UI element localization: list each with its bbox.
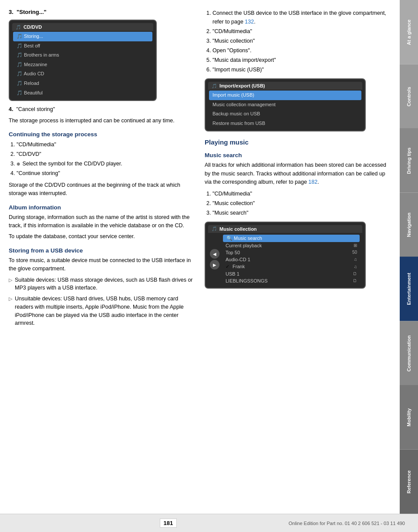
continuing-step-1: "CD/Multimedia" bbox=[17, 140, 196, 149]
usb-step-6: "Import music (USB)" bbox=[212, 65, 392, 74]
restore-music-item: Restore music from USB bbox=[208, 119, 362, 128]
import-export-screen: 🎵 Import/export (USB) Import music (USB)… bbox=[205, 78, 366, 131]
frank-icon: ♫ bbox=[354, 264, 357, 269]
sidebar-tab-at-a-glance[interactable]: At a glance bbox=[400, 0, 418, 64]
music-collection-icon: 🎵 bbox=[212, 226, 217, 231]
sidebar-tab-driving-tips[interactable]: Driving tips bbox=[400, 128, 418, 193]
import-export-icon: 🎵 bbox=[212, 84, 217, 88]
sidebar-tab-entertainment[interactable]: Entertainment bbox=[400, 257, 418, 321]
continuing-step-4: "Continue storing" bbox=[17, 169, 196, 178]
music-collection-title: Music collection bbox=[219, 226, 257, 232]
album-desc2: To update the database, contact your ser… bbox=[9, 232, 196, 241]
backup-music-item: Backup music on USB bbox=[208, 109, 362, 119]
cddvd-item-5: 🎵 Beautiful bbox=[12, 88, 153, 98]
sidebar: At a glance Controls Driving tips Naviga… bbox=[400, 0, 418, 514]
cddvd-item-4: 🎵 Reload bbox=[12, 79, 153, 88]
usb-import-steps: Connect the USB device to the USB interf… bbox=[212, 9, 392, 74]
music-row-audiocd: Audio-CD 1 ♫ bbox=[222, 256, 361, 263]
step4-text: "Cancel storing" bbox=[16, 106, 55, 112]
frank-checkmark: ✓ bbox=[226, 264, 229, 269]
music-search-step-3: "Music search" bbox=[212, 209, 392, 217]
page-ref-132: 132 bbox=[245, 19, 254, 25]
section-music-search-heading: Music search bbox=[205, 152, 392, 158]
cddvd-storing-icon: 🎵 bbox=[17, 34, 24, 39]
sidebar-tab-communication[interactable]: Communication bbox=[400, 321, 418, 386]
right-column: Connect the USB device to the USB interf… bbox=[205, 9, 392, 515]
left-column: 3. "Storing..." 🎵 CD/DVD 🎵 Storing... 🎵 … bbox=[9, 9, 196, 515]
continuing-step-2: "CD/DVD" bbox=[17, 150, 196, 158]
usb-bullet-2: ▷ Unsuitable devices: USB hard drives, U… bbox=[9, 295, 196, 327]
cddvd-screen: 🎵 CD/DVD 🎵 Storing... 🎵 Best off 🎵 Broth… bbox=[9, 20, 157, 101]
step3-num: 3. bbox=[9, 9, 13, 15]
music-row-usb1: USB 1 🗋 bbox=[222, 270, 361, 277]
continuing-steps-list: "CD/Multimedia" "CD/DVD" ⊕ Select the sy… bbox=[17, 140, 196, 178]
sidebar-tab-reference[interactable]: Reference bbox=[400, 450, 418, 514]
usb-step-3: "Music collection" bbox=[212, 37, 392, 45]
step4-paragraph: 4. "Cancel storing" bbox=[9, 105, 196, 114]
usb-step-2: "CD/Multimedia" bbox=[212, 27, 392, 36]
sidebar-tab-controls[interactable]: Controls bbox=[400, 64, 418, 129]
lieblingssongs-icon: 🗋 bbox=[353, 278, 357, 283]
music-search-row-wrapper: ◀ ▶ 🔍 Music search Current playback ⊞ To… bbox=[208, 234, 362, 285]
sidebar-tab-mobility[interactable]: Mobility bbox=[400, 385, 418, 450]
usb-bullet2-text: Unsuitable devices: USB hard drives, USB… bbox=[15, 295, 196, 327]
music-row-lieblingssongs: LIEBLINGSSONGS 🗋 bbox=[222, 277, 361, 284]
usb-step-4: Open "Options". bbox=[212, 46, 392, 55]
cddvd-icon: 🎵 bbox=[16, 25, 21, 30]
import-export-title: Import/export (USB) bbox=[219, 83, 265, 88]
bullet-arrow-2: ▷ bbox=[9, 295, 15, 327]
section-album-heading: Album information bbox=[9, 204, 196, 211]
step4-desc: The storage process is interrupted and c… bbox=[9, 117, 196, 125]
continuing-desc: Storage of the CD/DVD continues at the b… bbox=[9, 181, 196, 198]
current-playback-icon: ⊞ bbox=[354, 243, 357, 248]
continuing-step-3: ⊕ Select the symbol for the CD/DVD playe… bbox=[17, 159, 196, 168]
audiocd-icon: ♫ bbox=[354, 257, 357, 262]
music-collection-mgmt-item: Music collection management bbox=[208, 100, 362, 110]
usb-step-1: Connect the USB device to the USB interf… bbox=[212, 9, 392, 26]
music-search-steps: "CD/Multimedia" "Music collection" "Musi… bbox=[212, 189, 392, 217]
section-usb-heading: Storing from a USB device bbox=[9, 247, 196, 254]
step4-num: 4. bbox=[9, 106, 13, 112]
cddvd-item-2: 🎵 Mezzanine bbox=[12, 60, 153, 70]
cddvd-item-0: 🎵 Best off bbox=[12, 41, 153, 51]
album-desc1: During storage, information such as the … bbox=[9, 213, 196, 230]
sidebar-tab-navigation[interactable]: Navigation bbox=[400, 193, 418, 257]
usb1-icon: 🗋 bbox=[353, 271, 357, 276]
music-search-step-1: "CD/Multimedia" bbox=[212, 189, 392, 198]
step3-label: 3. "Storing..." bbox=[9, 9, 196, 15]
footer-page-number: 181 bbox=[160, 519, 177, 528]
section-playing-heading: Playing music bbox=[205, 138, 392, 146]
cddvd-storing-item: 🎵 Storing... bbox=[13, 32, 152, 41]
cddvd-title: CD/DVD bbox=[24, 24, 42, 30]
usb-bullet-1: ▷ Suitable devices: USB mass storage dev… bbox=[9, 276, 196, 293]
usb-step-5: "Music data import/export" bbox=[212, 56, 392, 64]
bullet-arrow-1: ▷ bbox=[9, 276, 15, 293]
cddvd-item-3: 🎵 Audio CD bbox=[12, 69, 153, 79]
footer-copyright: Online Edition for Part no. 01 40 2 606 … bbox=[289, 521, 405, 526]
music-search-desc: All tracks for which additional informat… bbox=[205, 161, 392, 186]
music-row-current: Current playback ⊞ bbox=[222, 242, 361, 249]
usb-desc: To store music, a suitable device must b… bbox=[9, 256, 196, 273]
section-continuing-heading: Continuing the storage process bbox=[9, 131, 196, 138]
footer: 181 Online Edition for Part no. 01 40 2 … bbox=[0, 514, 418, 532]
cddvd-item-1: 🎵 Brothers in arms bbox=[12, 51, 153, 60]
music-collection-screen: 🎵 Music collection ◀ ▶ 🔍 Music search bbox=[205, 222, 366, 289]
music-search-step-2: "Music collection" bbox=[212, 199, 392, 208]
page-ref-182: 182 bbox=[308, 179, 317, 185]
nav-down-btn[interactable]: ▶ bbox=[210, 260, 219, 269]
import-music-item: Import music (USB) bbox=[209, 91, 361, 100]
music-row-top50: Top 50 50 bbox=[222, 249, 361, 256]
top50-value: 50 bbox=[352, 250, 357, 255]
nav-up-btn[interactable]: ◀ bbox=[210, 249, 219, 259]
step3-text: "Storing..." bbox=[17, 9, 47, 15]
music-search-highlighted: 🔍 Music search bbox=[223, 235, 360, 242]
usb-bullet1-text: Suitable devices: USB mass storage devic… bbox=[15, 276, 196, 293]
music-row-frank: ✓ Frank ♫ bbox=[222, 263, 361, 270]
